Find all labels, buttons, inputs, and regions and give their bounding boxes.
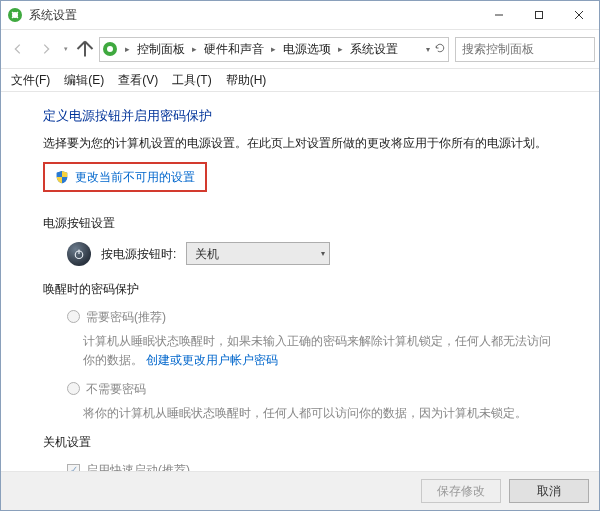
radio-require-password-label: 需要密码(推荐) — [86, 308, 166, 326]
maximize-button[interactable] — [519, 1, 559, 29]
content-area: 定义电源按钮并启用密码保护 选择要为您的计算机设置的电源设置。在此页上对设置所做… — [1, 92, 599, 471]
svg-rect-3 — [536, 12, 543, 19]
breadcrumb-item[interactable]: 系统设置 — [348, 41, 400, 58]
power-button-label: 按电源按钮时: — [101, 245, 176, 263]
menu-help[interactable]: 帮助(H) — [220, 70, 273, 91]
window-controls — [479, 1, 599, 29]
address-bar[interactable]: ▸ 控制面板 ▸ 硬件和声音 ▸ 电源选项 ▸ 系统设置 ▾ — [99, 37, 449, 62]
breadcrumb-item[interactable]: 电源选项 — [281, 41, 333, 58]
page-subdescription: 选择要为您的计算机设置的电源设置。在此页上对设置所做的更改将应用于你所有的电源计… — [43, 134, 557, 152]
breadcrumb-item[interactable]: 硬件和声音 — [202, 41, 266, 58]
page-heading: 定义电源按钮并启用密码保护 — [43, 106, 557, 126]
crumb-sep-icon: ▸ — [268, 44, 279, 54]
window-root: 系统设置 ▾ ▸ 控制面板 — [0, 0, 600, 511]
power-button-icon — [67, 242, 91, 266]
change-unavailable-settings-link[interactable]: 更改当前不可用的设置 — [75, 168, 195, 186]
navbar: ▾ ▸ 控制面板 ▸ 硬件和声音 ▸ 电源选项 ▸ 系统设置 ▾ — [1, 30, 599, 69]
crumb-sep-icon: ▸ — [335, 44, 346, 54]
footer: 保存修改 取消 — [1, 471, 599, 510]
minimize-button[interactable] — [479, 1, 519, 29]
window-title: 系统设置 — [29, 7, 479, 24]
refresh-icon[interactable] — [434, 42, 446, 57]
radio-no-password: 不需要密码 — [67, 380, 557, 398]
section-power-button: 电源按钮设置 — [43, 214, 557, 232]
power-options-icon — [7, 7, 23, 23]
chevron-down-icon[interactable]: ▾ — [426, 45, 430, 54]
search-input[interactable] — [460, 41, 564, 57]
power-button-action-value: 关机 — [195, 245, 219, 263]
section-wake-password: 唤醒时的密码保护 — [43, 280, 557, 298]
no-password-description: 将你的计算机从睡眠状态唤醒时，任何人都可以访问你的数据，因为计算机未锁定。 — [83, 404, 557, 423]
crumb-sep-icon: ▸ — [122, 44, 133, 54]
checkbox-fast-startup-label: 启用快速启动(推荐) — [86, 461, 190, 471]
svg-point-7 — [107, 46, 113, 52]
close-button[interactable] — [559, 1, 599, 29]
power-button-row: 按电源按钮时: 关机 ▾ — [67, 242, 557, 266]
radio-require-password: 需要密码(推荐) — [67, 308, 557, 326]
crumb-sep-icon: ▸ — [189, 44, 200, 54]
menu-edit[interactable]: 编辑(E) — [58, 70, 110, 91]
nav-up-button[interactable] — [73, 37, 97, 61]
checkbox-fast-startup: 启用快速启动(推荐) — [67, 461, 557, 471]
radio-icon — [67, 382, 80, 395]
titlebar: 系统设置 — [1, 1, 599, 30]
menu-view[interactable]: 查看(V) — [112, 70, 164, 91]
checkbox-icon — [67, 464, 80, 471]
menu-tools[interactable]: 工具(T) — [166, 70, 217, 91]
shield-icon — [55, 170, 69, 184]
cancel-button[interactable]: 取消 — [509, 479, 589, 503]
breadcrumb-item[interactable]: 控制面板 — [135, 41, 187, 58]
nav-forward-button[interactable] — [33, 36, 59, 62]
section-shutdown-settings: 关机设置 — [43, 433, 557, 451]
require-password-description: 计算机从睡眠状态唤醒时，如果未输入正确的密码来解除计算机锁定，任何人都无法访问你… — [83, 332, 557, 370]
menubar: 文件(F) 编辑(E) 查看(V) 工具(T) 帮助(H) — [1, 69, 599, 92]
power-button-action-select[interactable]: 关机 ▾ — [186, 242, 330, 265]
radio-no-password-label: 不需要密码 — [86, 380, 146, 398]
menu-file[interactable]: 文件(F) — [5, 70, 56, 91]
radio-icon — [67, 310, 80, 323]
search-box[interactable] — [455, 37, 595, 62]
create-change-account-password-link[interactable]: 创建或更改用户帐户密码 — [146, 353, 278, 367]
power-options-icon — [102, 41, 118, 57]
svg-point-1 — [12, 12, 18, 18]
nav-history-dropdown[interactable]: ▾ — [61, 45, 71, 53]
nav-back-button[interactable] — [5, 36, 31, 62]
chevron-down-icon: ▾ — [321, 248, 325, 260]
save-button[interactable]: 保存修改 — [421, 479, 501, 503]
change-unavailable-settings-highlight: 更改当前不可用的设置 — [43, 162, 207, 192]
